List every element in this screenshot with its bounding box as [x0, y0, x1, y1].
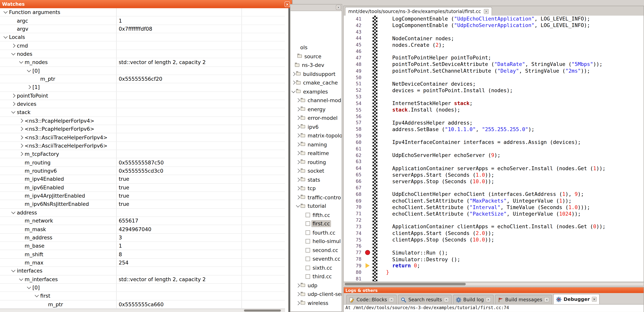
logs-tab-close-button[interactable]: ×	[544, 297, 549, 302]
tree-item-seventh-cc[interactable]: seventh.cc	[290, 255, 342, 263]
marker-margin[interactable]	[364, 243, 371, 249]
code-line[interactable]: 61	[344, 146, 644, 152]
logs-tab-build-messages[interactable]: Build messages×	[495, 295, 552, 304]
line-number[interactable]: 42	[344, 22, 364, 28]
watch-row[interactable]: argc1	[0, 16, 285, 25]
watch-row[interactable]: m_nodesstd::vector of length 2, capacity…	[0, 58, 285, 67]
line-number[interactable]: 79	[344, 263, 364, 269]
watch-row[interactable]: <ns3::PcapHelperForIpv4>	[0, 117, 285, 125]
line-number[interactable]: 43	[344, 29, 364, 35]
watch-row[interactable]: m_ipv4Enabledtrue	[0, 175, 285, 184]
code-line[interactable]: 71 echoClient.SetAttribute ("PacketSize"…	[344, 210, 644, 217]
tree-item-socket[interactable]: socket	[290, 166, 342, 175]
expander-closed-icon[interactable]	[10, 93, 16, 99]
line-number[interactable]: 80	[344, 269, 364, 275]
watch-row[interactable]: m_routingv60x5555555cd3c0	[0, 167, 285, 175]
code-line[interactable]: 62 UdpEchoServerHelper echoServer (9);	[344, 152, 644, 158]
marker-margin[interactable]	[364, 74, 371, 80]
marker-margin[interactable]	[364, 275, 371, 282]
expander-closed-icon[interactable]	[18, 143, 24, 149]
expander-closed-icon[interactable]	[295, 98, 301, 103]
line-number[interactable]: 48	[344, 61, 364, 67]
line-number[interactable]: 49	[344, 68, 364, 74]
logs-tab-search-results[interactable]: Search results×	[398, 295, 452, 304]
expander-closed-icon[interactable]	[295, 159, 301, 165]
tree-item-realtime[interactable]: realtime	[290, 149, 342, 157]
expander-closed-icon[interactable]	[18, 151, 24, 157]
code-line[interactable]: 53	[344, 94, 644, 100]
marker-margin[interactable]	[364, 184, 371, 191]
editor-horizontal-scroll-thumb[interactable]	[345, 283, 466, 285]
code-line[interactable]: 54 InternetStackHelper stack;	[344, 100, 644, 107]
code-line[interactable]: 55 stack.Install (nodes);	[344, 107, 644, 113]
watch-row[interactable]: m_ipv6Enabledtrue	[0, 183, 285, 192]
marker-margin[interactable]	[364, 171, 371, 178]
line-number[interactable]: 41	[344, 16, 364, 22]
project-panel-titlebar[interactable]: ×	[290, 4, 342, 11]
line-number[interactable]: 46	[344, 48, 364, 54]
expander-open-icon[interactable]	[291, 89, 296, 95]
expander-open-icon[interactable]	[26, 68, 32, 73]
expander-open-icon[interactable]	[10, 268, 16, 274]
watch-row[interactable]: m_shift8	[0, 250, 285, 259]
watch-row[interactable]: address	[0, 208, 285, 217]
expander-open-icon[interactable]	[10, 51, 16, 57]
line-number[interactable]: 65	[344, 172, 364, 178]
marker-margin[interactable]	[364, 22, 371, 28]
line-number[interactable]: 71	[344, 211, 364, 217]
logs-tab-close-button[interactable]: ×	[444, 297, 449, 302]
tree-item-third-cc[interactable]: third.cc	[290, 272, 342, 281]
expander-closed-icon[interactable]	[291, 80, 296, 86]
code-line[interactable]: 60 Ipv4InterfaceContainer interfaces = a…	[344, 139, 644, 146]
line-number[interactable]: 57	[344, 120, 364, 126]
tree-item-first-cc[interactable]: first.cc	[290, 219, 342, 228]
code-line[interactable]: 58 address.SetBase ("10.1.1.0", "255.255…	[344, 126, 644, 133]
breakpoint-icon[interactable]	[365, 250, 370, 255]
tree-item-sixth-cc[interactable]: sixth.cc	[290, 263, 342, 272]
watch-row[interactable]: [1]	[0, 83, 285, 92]
code-line[interactable]: 78 Simulator::Destroy ();	[344, 256, 644, 262]
code-line[interactable]: 44 NodeContainer nodes;	[344, 35, 644, 42]
watch-row[interactable]: m_network655617	[0, 217, 285, 225]
watch-row[interactable]: m_ipv6NsRsJitterEnabledtrue	[0, 200, 285, 208]
code-line[interactable]: 73 ApplicationContainer clientApps = ech…	[344, 223, 644, 230]
watches-close-button[interactable]: ×	[284, 1, 290, 7]
watch-row[interactable]: stack	[0, 108, 285, 117]
watch-row[interactable]: cmd	[0, 42, 285, 50]
expander-closed-icon[interactable]	[18, 135, 24, 140]
marker-margin[interactable]	[364, 94, 371, 100]
marker-margin[interactable]	[364, 133, 371, 139]
marker-margin[interactable]	[364, 236, 371, 243]
line-number[interactable]: 47	[344, 55, 364, 61]
line-number[interactable]: 45	[344, 42, 364, 48]
line-number[interactable]: 54	[344, 100, 364, 106]
marker-margin[interactable]	[364, 107, 371, 113]
line-number[interactable]: 61	[344, 146, 364, 152]
expander-closed-icon[interactable]	[18, 118, 24, 124]
logs-tab-close-button[interactable]: ×	[592, 297, 597, 302]
code-line[interactable]: 42 LogComponentEnable ("UdpEchoServerApp…	[344, 22, 644, 28]
code-line[interactable]: 67	[344, 184, 644, 191]
code-line[interactable]: 74 clientApps.Start (Seconds (2.0));	[344, 230, 644, 236]
expander-open-icon[interactable]	[295, 203, 301, 209]
marker-margin[interactable]	[364, 256, 371, 262]
watch-row[interactable]: m_interfacesstd::vector of length 2, cap…	[0, 275, 285, 284]
marker-margin[interactable]	[364, 42, 371, 48]
tree-item-tcp[interactable]: tcp	[290, 184, 342, 193]
tree-item-buildsupport[interactable]: buildsupport	[290, 70, 342, 78]
tree-item-channel-mod[interactable]: channel-mod	[290, 96, 342, 105]
code-line[interactable]: 48 pointToPoint.SetDeviceAttribute ("Dat…	[344, 61, 644, 68]
marker-margin[interactable]	[364, 120, 371, 126]
expander-closed-icon[interactable]	[295, 115, 301, 121]
expander-closed-icon[interactable]	[295, 291, 301, 297]
expander-open-icon[interactable]	[18, 59, 24, 65]
watches-titlebar[interactable]: Watches ×	[0, 0, 292, 8]
expander-closed-icon[interactable]	[18, 126, 24, 132]
logs-titlebar[interactable]: Logs & others	[344, 287, 644, 293]
expander-closed-icon[interactable]	[26, 84, 32, 90]
marker-margin[interactable]	[364, 269, 371, 275]
project-panel-close-button[interactable]: ×	[336, 5, 341, 10]
code-line[interactable]: 51 NetDeviceContainer devices;	[344, 80, 644, 87]
line-number[interactable]: 75	[344, 237, 364, 243]
code-line[interactable]: 81	[344, 275, 644, 282]
